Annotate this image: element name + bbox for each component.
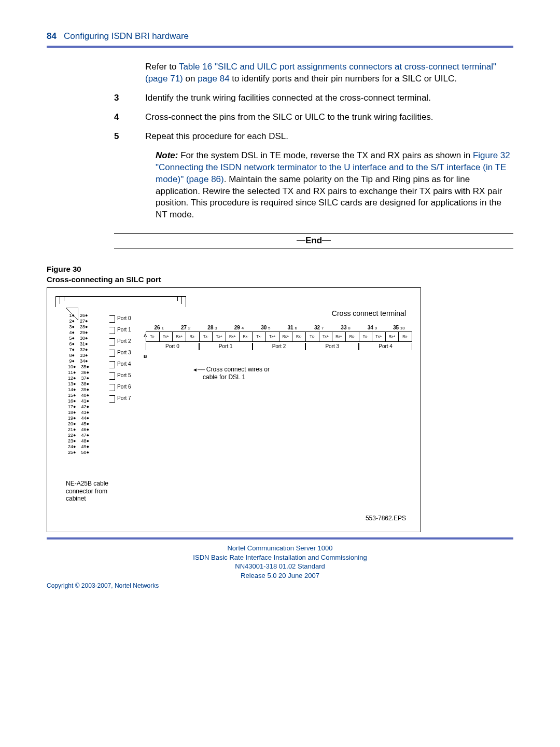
footer: Nortel Communication Server 1000 ISDN Ba… [47, 544, 513, 580]
terminal-cell: Rx- [186, 332, 200, 341]
step-5: 5 Repeat this procedure for each DSL. [47, 131, 513, 143]
pin-row: 8● 33● [68, 353, 89, 358]
figure-number: Figure 30 [47, 265, 81, 273]
terminal-col-num: 34 9 [359, 324, 385, 331]
terminal-cell: Tx- [359, 332, 373, 341]
step-4: 4 Cross-connect the pins from the SILC o… [47, 112, 513, 123]
terminal-col-num: 32 7 [305, 324, 332, 331]
terminal-col-num: 35 10 [386, 324, 412, 331]
page-number: 84 [47, 31, 57, 41]
pin-row: 18● 43● [68, 410, 89, 416]
pin-row: 3● 28● [68, 324, 89, 330]
terminal-cell: Rx+ [279, 332, 293, 341]
pin-row: 6● 31● [68, 341, 89, 347]
port-column: Port 0Port 1Port 2Port 3Port 4Port 5Port… [109, 313, 131, 404]
footer-l3: NN43001-318 01.02 Standard [235, 562, 325, 570]
terminal-block: A 26 127 228 329 430 531 632 733 834 935… [146, 324, 412, 355]
cable-label: NE-A25B cable connector from cabinet [66, 480, 108, 502]
header-rule [47, 46, 513, 48]
pin-row: 12● 37● [68, 376, 89, 381]
terminal-cell: Rx- [399, 332, 412, 341]
end-text: —End— [114, 235, 513, 247]
terminal-cell: Rx+ [386, 332, 399, 341]
terminal-cell: Tx+ [372, 332, 386, 341]
intro-paragraph: Refer to Table 16 "SILC and UILC port as… [145, 61, 513, 85]
pin-row: 16● 41● [68, 398, 89, 404]
port-label: Port 3 [109, 347, 131, 358]
cross-note-l2: cable for DSL 1 [203, 374, 245, 381]
pin-row: 14● 39● [68, 387, 89, 393]
note-block: Note: For the system DSL in TE mode, rev… [156, 150, 513, 222]
pin-row: 9● 34● [68, 358, 89, 364]
pin-row: 19● 44● [68, 416, 89, 421]
figure-caption: Figure 30 Cross-connecting an SILC port [47, 264, 513, 284]
terminal-port-label: Port 1 [199, 343, 253, 350]
terminal-cell: Rx+ [226, 332, 240, 341]
terminal-col-num: 26 1 [146, 324, 172, 331]
step-text: Cross-connect the pins from the SILC or … [145, 112, 513, 123]
pin-row: 23● 48● [68, 438, 89, 444]
footer-l4: Release 5.0 20 June 2007 [241, 572, 319, 579]
section-title: Configuring ISDN BRI hardware [64, 31, 189, 41]
pin-row: 2● 27● [68, 319, 89, 324]
pin-row: 13● 38● [68, 381, 89, 387]
pin-row: 7● 32● [68, 347, 89, 353]
cable-label-l2: connector from [66, 488, 107, 495]
terminal-cell: Tx+ [266, 332, 279, 341]
pin-row: 5● 30● [68, 336, 89, 341]
pin-row: 10● 35● [68, 364, 89, 370]
cable-label-l3: cabinet [66, 495, 86, 502]
step-text: Identify the trunk wiring facilities con… [145, 92, 513, 104]
terminal-cell: Rx- [240, 332, 253, 341]
terminal-cell: Rx+ [332, 332, 346, 341]
step-number: 3 [114, 92, 145, 104]
terminal-port-label: Port 3 [305, 343, 359, 350]
row-a-label: A [144, 333, 147, 339]
terminal-col-num: 27 2 [172, 324, 199, 331]
note-pre: For the system DSL in TE mode, reverse t… [178, 150, 473, 160]
intro-pre: Refer to [145, 62, 179, 72]
cable-label-l1: NE-A25B cable [66, 480, 108, 487]
footer-l2: ISDN Basic Rate Interface Installation a… [193, 554, 367, 561]
terminal-col-num: 31 6 [279, 324, 305, 331]
terminal-port-label: Port 0 [146, 343, 199, 350]
pin-row: 11● 36● [68, 370, 89, 376]
pin-columns: 1● 26● 2● 27● 3● 28● 4● 29● 5● 30● 6● 31… [68, 313, 89, 455]
pin-row: 1● 26● [68, 313, 89, 319]
eps-id: 553-7862.EPS [366, 514, 406, 522]
figure-box: 1● 26● 2● 27● 3● 28● 4● 29● 5● 30● 6● 31… [47, 287, 421, 532]
terminal-cell: Rx- [346, 332, 359, 341]
pin-row: 15● 40● [68, 393, 89, 398]
pin-row: 17● 42● [68, 404, 89, 410]
terminal-col-num: 28 3 [199, 324, 226, 331]
intro-mid: on [183, 74, 198, 84]
pin-row: 22● 47● [68, 433, 89, 438]
terminal-cell: Tx- [306, 332, 319, 341]
note-label: Note: [156, 150, 178, 160]
terminal-cell: Rx+ [173, 332, 186, 341]
terminal-col-num: 30 5 [253, 324, 279, 331]
row-b-label: B [144, 353, 147, 359]
xref-page84[interactable]: page 84 [198, 74, 229, 84]
terminal-col-num: 29 4 [226, 324, 252, 331]
terminal-cell: Tx- [253, 332, 266, 341]
end-marker: —End— [114, 233, 513, 248]
terminal-cell: Tx+ [213, 332, 226, 341]
pin-row: 20● 45● [68, 421, 89, 427]
terminal-cell: Tx+ [319, 332, 333, 341]
terminal-port-label: Port 4 [359, 343, 412, 350]
terminal-port-label: Port 2 [253, 343, 306, 350]
port-label: Port 1 [109, 324, 131, 336]
terminal-col-num: 33 8 [332, 324, 359, 331]
body: Refer to Table 16 "SILC and UILC port as… [47, 61, 513, 532]
port-label: Port 6 [109, 381, 131, 393]
copyright: Copyright © 2003-2007, Nortel Networks [47, 582, 513, 589]
step-number: 5 [114, 131, 145, 143]
pin-row: 21● 46● [68, 427, 89, 433]
intro-post: to identify ports and their pin numbers … [230, 74, 457, 84]
port-label: Port 2 [109, 336, 131, 347]
cross-note-l1: Cross connect wires or [192, 366, 270, 373]
footer-l1: Nortel Communication Server 1000 [227, 544, 332, 552]
page: 84 Configuring ISDN BRI hardware Refer t… [0, 0, 560, 610]
pin-row: 25● 50● [68, 450, 89, 455]
